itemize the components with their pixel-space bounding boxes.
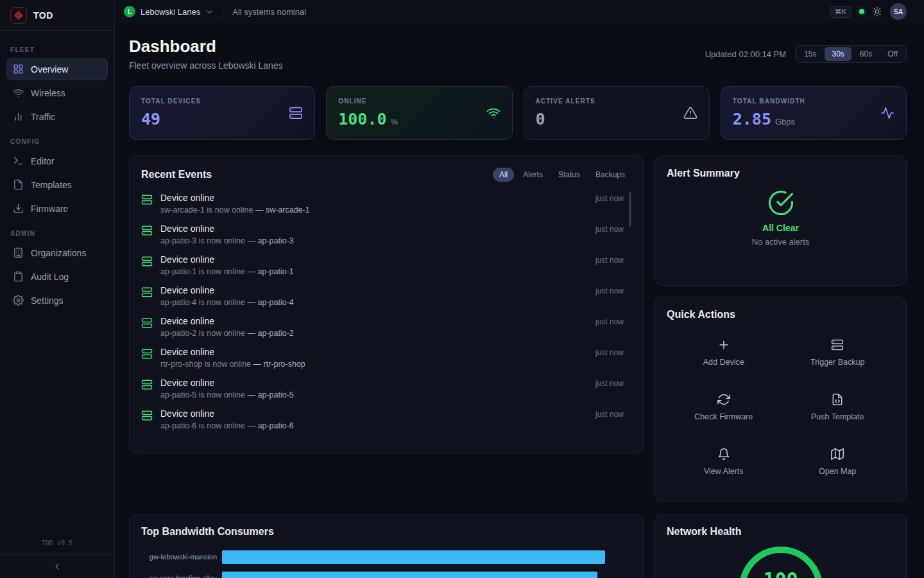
dashboard-content: Dashboard Fleet overview across Lebowski… bbox=[115, 23, 924, 578]
event-detail: ap-patio-6 is now online — ap-patio-6 bbox=[160, 421, 294, 430]
org-selector[interactable]: L Lebowski Lanes bbox=[124, 6, 214, 17]
quick-action-open-map[interactable]: Open Map bbox=[781, 435, 895, 489]
event-row: Device online ap-patio-2 is now online —… bbox=[141, 311, 624, 342]
system-status-text: All systems nominal bbox=[232, 7, 306, 17]
wifi-icon bbox=[486, 106, 501, 120]
stat-label: ACTIVE ALERTS bbox=[536, 98, 595, 105]
stat-unit: Gbps bbox=[775, 117, 795, 127]
stat-card-total-devices: TOTAL DEVICES 49 bbox=[129, 86, 315, 140]
stat-value: 0 bbox=[536, 110, 545, 128]
sidebar-collapse-button[interactable] bbox=[0, 554, 114, 578]
sidebar-item-templates[interactable]: Templates bbox=[6, 173, 108, 196]
event-device-tag: — rtr-pro-shop bbox=[253, 360, 305, 369]
event-timestamp: just now bbox=[595, 439, 624, 440]
plus-icon bbox=[717, 338, 730, 351]
server-icon bbox=[141, 348, 153, 360]
event-detail: ap-patio-2 is now online — ap-patio-2 bbox=[160, 329, 294, 338]
event-row: Device online ap-patio-5 is now online —… bbox=[141, 373, 624, 404]
refresh-option-30s[interactable]: 30s bbox=[825, 47, 851, 61]
event-title: Device online bbox=[160, 347, 305, 357]
event-row: Device online ap-patio-3 is now online —… bbox=[141, 219, 624, 250]
alert-triangle-icon bbox=[683, 106, 697, 120]
panel-title: Alert Summary bbox=[667, 168, 740, 179]
sidebar-item-traffic[interactable]: Traffic bbox=[6, 105, 108, 128]
tab-status[interactable]: Status bbox=[552, 168, 586, 182]
server-icon bbox=[141, 317, 153, 329]
quick-action-view-alerts[interactable]: View Alerts bbox=[667, 435, 781, 489]
event-title: Device online bbox=[160, 439, 214, 440]
sidebar-item-label: Organizations bbox=[31, 248, 86, 258]
event-timestamp: just now bbox=[595, 347, 624, 357]
quick-action-label: View Alerts bbox=[704, 467, 744, 476]
sidebar-item-label: Editor bbox=[31, 156, 55, 166]
sidebar-item-organizations[interactable]: Organizations bbox=[6, 241, 108, 264]
map-icon bbox=[831, 448, 844, 460]
sidebar: TOD FLEET Overview Wireless Traffic CONF… bbox=[0, 0, 115, 578]
sidebar-item-firmware[interactable]: Firmware bbox=[6, 197, 108, 220]
scrollbar-thumb[interactable] bbox=[629, 192, 631, 227]
section-label-config: CONFIG bbox=[10, 138, 104, 145]
server-icon bbox=[141, 225, 153, 236]
network-health-score: 100 bbox=[746, 568, 816, 578]
event-timestamp: just now bbox=[595, 285, 624, 295]
sidebar-item-label: Templates bbox=[31, 180, 72, 190]
divider bbox=[223, 6, 223, 17]
quick-action-label: Trigger Backup bbox=[810, 358, 864, 367]
event-device-tag: — ap-patio-2 bbox=[248, 329, 294, 338]
server-icon bbox=[831, 338, 844, 351]
refresh-option-off[interactable]: Off bbox=[880, 47, 905, 61]
building-icon bbox=[13, 247, 24, 258]
quick-action-add-device[interactable]: Add Device bbox=[667, 326, 781, 380]
sidebar-item-wireless[interactable]: Wireless bbox=[6, 82, 108, 104]
event-row: Device online just now bbox=[141, 435, 624, 440]
event-device-tag: — ap-patio-3 bbox=[248, 236, 294, 245]
chevron-left-icon bbox=[52, 561, 62, 572]
download-icon bbox=[13, 203, 24, 214]
event-detail: ap-patio-3 is now online — ap-patio-3 bbox=[160, 236, 294, 245]
sidebar-item-audit-log[interactable]: Audit Log bbox=[6, 265, 108, 288]
server-icon bbox=[141, 286, 153, 298]
panel-title: Quick Actions bbox=[667, 309, 735, 320]
stat-label: TOTAL DEVICES bbox=[141, 98, 201, 105]
tab-backups[interactable]: Backups bbox=[589, 168, 631, 182]
command-palette-shortcut[interactable]: ⌘K bbox=[830, 6, 851, 18]
quick-action-push-template[interactable]: Push Template bbox=[781, 380, 895, 435]
user-avatar[interactable]: SA bbox=[890, 3, 907, 20]
file-code-icon bbox=[831, 393, 844, 406]
wifi-icon bbox=[13, 87, 24, 98]
clipboard-icon bbox=[13, 271, 24, 282]
tab-alerts[interactable]: Alerts bbox=[517, 168, 549, 182]
refresh-interval-control: 15s 30s 60s Off bbox=[795, 45, 907, 63]
theme-toggle-sun-icon[interactable] bbox=[872, 6, 882, 17]
recent-events-panel: Recent Events All Alerts Status Backups bbox=[129, 155, 644, 453]
event-device-tag: — sw-arcade-1 bbox=[255, 206, 310, 215]
quick-action-label: Check Firmware bbox=[694, 412, 753, 421]
sidebar-item-settings[interactable]: Settings bbox=[6, 289, 108, 311]
org-avatar: L bbox=[124, 6, 135, 17]
sidebar-item-label: Audit Log bbox=[31, 272, 69, 282]
alert-detail-text: No active alerts bbox=[752, 237, 810, 247]
bell-icon bbox=[717, 448, 730, 460]
quick-action-check-firmware[interactable]: Check Firmware bbox=[667, 380, 781, 435]
section-label-admin: ADMIN bbox=[10, 230, 104, 237]
quick-action-trigger-backup[interactable]: Trigger Backup bbox=[781, 326, 895, 380]
refresh-option-15s[interactable]: 15s bbox=[797, 47, 823, 61]
event-detail: rtr-pro-shop is now online — rtr-pro-sho… bbox=[160, 360, 305, 369]
page-title: Dashboard bbox=[129, 37, 283, 57]
stats-row: TOTAL DEVICES 49 ONLINE 100.0 % bbox=[129, 86, 907, 140]
refresh-option-60s[interactable]: 60s bbox=[853, 47, 879, 61]
event-device-tag: — ap-patio-1 bbox=[248, 267, 294, 276]
bandwidth-device-label: gw-lebowski-mansion bbox=[141, 553, 217, 561]
bandwidth-row: gw-lebowski-mansion bbox=[141, 550, 631, 564]
sidebar-item-editor[interactable]: Editor bbox=[6, 150, 108, 172]
bandwidth-chart: gw-lebowski-mansion sw-core-bowling-alle… bbox=[141, 550, 631, 578]
stat-card-total-bandwidth: TOTAL BANDWIDTH 2.85 Gbps bbox=[721, 86, 907, 140]
event-timestamp: just now bbox=[595, 193, 624, 203]
bandwidth-bar bbox=[222, 572, 597, 578]
bandwidth-bar bbox=[222, 550, 605, 564]
tab-all[interactable]: All bbox=[493, 168, 514, 182]
sidebar-item-overview[interactable]: Overview bbox=[6, 58, 108, 80]
event-timestamp: just now bbox=[595, 254, 624, 265]
event-row: Device online sw-arcade-1 is now online … bbox=[141, 188, 624, 219]
stat-value: 2.85 bbox=[733, 110, 771, 128]
